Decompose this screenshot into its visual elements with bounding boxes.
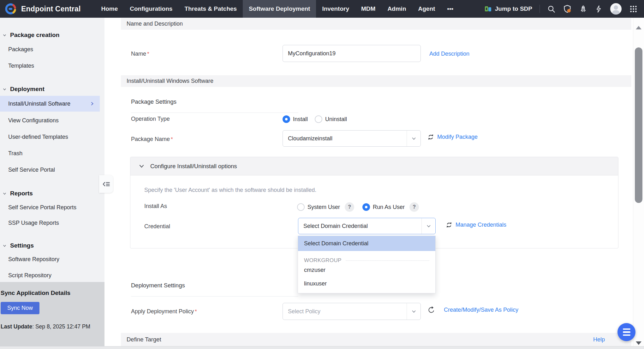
assistant-icon[interactable]: [579, 5, 587, 13]
sidebar-item-templates[interactable]: Templates: [8, 63, 34, 69]
shield-security-icon[interactable]: [563, 4, 572, 13]
package-name-select[interactable]: Cloudamizeinstall: [283, 130, 421, 147]
sidebar-section-package-creation[interactable]: Package creation: [3, 32, 59, 39]
chevron-down-icon: [138, 163, 145, 169]
refresh-credentials-icon[interactable]: [445, 221, 453, 229]
jump-to-sdp-link[interactable]: Jump to SDP: [484, 5, 532, 13]
scroll-down-arrow[interactable]: [636, 341, 641, 345]
dropdown-option-cmzuser[interactable]: cmzuser: [298, 264, 435, 277]
refresh-packages-icon[interactable]: [427, 133, 434, 141]
section-header-name-description: Name and Description: [121, 18, 631, 30]
sidebar-item-self-service-portal-reports[interactable]: Self Service Portal Reports: [8, 204, 76, 211]
radio-option-uninstall: Uninstall: [315, 115, 347, 123]
required-asterisk: *: [171, 136, 173, 143]
sync-panel-title: Sync Application Details: [1, 290, 101, 297]
sidebar-item-trash[interactable]: Trash: [8, 150, 22, 157]
brand-name: Endpoint Central: [21, 5, 80, 13]
hamburger-icon: [623, 328, 630, 330]
modify-package-link[interactable]: Modify Package: [437, 134, 478, 140]
package-settings-heading: Package Settings: [131, 98, 298, 113]
radio-option-system-user: System User ?: [297, 202, 354, 212]
collapse-sidebar-icon: [102, 180, 110, 188]
nav-item-threats-patches[interactable]: Threats & Patches: [178, 0, 243, 18]
sidebar-section-reports[interactable]: Reports: [3, 190, 33, 197]
nav-item-agent[interactable]: Agent: [412, 0, 441, 18]
sidebar-item-self-service-portal[interactable]: Self Service Portal: [8, 167, 55, 173]
nav-item-mdm[interactable]: MDM: [355, 0, 381, 18]
chevron-down-icon: [3, 87, 7, 91]
nav-item-home[interactable]: Home: [95, 0, 124, 18]
floating-menu-button[interactable]: [617, 323, 635, 341]
section-header-define-target: Define Target Help: [121, 333, 631, 346]
credential-select[interactable]: Select Domain Credential: [298, 218, 436, 234]
lightning-icon[interactable]: [595, 5, 603, 13]
run-as-user-help-icon[interactable]: ?: [409, 202, 419, 212]
section-header-install-uninstall: Install/Uninstall Windows Software: [121, 75, 631, 87]
horizontal-scrollbar-track[interactable]: [0, 346, 644, 349]
chevron-down-icon: [407, 303, 420, 320]
dropdown-option-select-domain-credential[interactable]: Select Domain Credential: [298, 236, 435, 251]
sidebar-section-deployment[interactable]: Deployment: [3, 86, 45, 93]
add-description-link[interactable]: Add Description: [429, 51, 469, 57]
nav-item-software-deployment[interactable]: Software Deployment: [243, 0, 316, 18]
nav-item-configurations[interactable]: Configurations: [124, 0, 178, 18]
sidebar-collapse-toggle[interactable]: [99, 175, 113, 193]
system-user-radio[interactable]: [297, 203, 305, 211]
brand[interactable]: Endpoint Central: [0, 0, 95, 18]
nav-item-inventory[interactable]: Inventory: [316, 0, 355, 18]
reload-policies-icon[interactable]: [427, 306, 436, 314]
chevron-down-icon: [3, 33, 7, 37]
package-actions: Modify Package: [427, 133, 478, 141]
required-asterisk: *: [195, 309, 197, 315]
deployment-policy-select[interactable]: Select Policy: [283, 303, 421, 320]
main-content: Name and Description Name* Add Descripti…: [104, 18, 644, 349]
configuration-form: Name and Description Name* Add Descripti…: [121, 18, 631, 349]
configure-options-header[interactable]: Configure Install/Uninstall options: [130, 157, 618, 175]
sidebar-section-settings[interactable]: Settings: [3, 242, 34, 249]
help-link[interactable]: Help: [593, 336, 605, 343]
nav-utilities: Jump to SDP: [484, 0, 644, 18]
scroll-up-arrow[interactable]: [636, 26, 641, 29]
credential-label: Credential: [144, 223, 170, 230]
nav-item-more-menu[interactable]: •••: [441, 0, 459, 18]
sidebar-item-ssp-usage-reports[interactable]: SSP Usage Reports: [8, 220, 59, 226]
radio-option-run-as-user: Run As User ?: [362, 202, 419, 212]
sync-application-panel: Sync Application Details Sync Now Last U…: [0, 282, 104, 349]
radio-option-install: Install: [283, 115, 308, 123]
top-nav: Endpoint Central Home Configurations Thr…: [0, 0, 644, 18]
search-icon[interactable]: [547, 5, 556, 13]
sidebar-item-software-repository[interactable]: Software Repository: [8, 256, 59, 263]
apply-deployment-policy-label: Apply Deployment Policy*: [131, 308, 197, 315]
install-radio[interactable]: [283, 115, 290, 123]
nav-divider: [540, 5, 540, 13]
vertical-scrollbar[interactable]: [633, 18, 644, 346]
uninstall-radio[interactable]: [315, 115, 322, 123]
package-name-label: Package Name*: [131, 136, 173, 143]
dropdown-option-linuxuser[interactable]: linuxuser: [298, 277, 435, 290]
credential-actions: Manage Credentials: [445, 221, 506, 229]
system-user-help-icon[interactable]: ?: [345, 202, 354, 212]
nav-item-admin[interactable]: Admin: [381, 0, 412, 18]
policy-actions: Create/Modify/Save As Policy: [427, 306, 518, 314]
operation-type-radio-group: Install Uninstall: [283, 115, 347, 123]
operation-type-label: Operation Type: [131, 116, 170, 122]
install-as-radio-group: System User ? Run As User ?: [297, 202, 419, 212]
sync-now-button[interactable]: Sync Now: [1, 302, 39, 314]
required-asterisk: *: [147, 51, 149, 57]
configuration-name-input[interactable]: [283, 45, 421, 62]
sidebar-item-script-repository[interactable]: Script Repository: [8, 272, 51, 279]
user-avatar[interactable]: [610, 3, 622, 15]
manage-credentials-link[interactable]: Manage Credentials: [456, 222, 506, 228]
chevron-down-icon: [407, 131, 420, 146]
sidebar-item-install-uninstall-software[interactable]: Install/Uninstall Software: [0, 96, 100, 112]
run-as-user-radio[interactable]: [362, 203, 370, 211]
sidebar-item-view-configurations[interactable]: View Configurations: [8, 117, 59, 124]
sidebar-item-user-defined-templates[interactable]: User-defined Templates: [8, 134, 68, 140]
sidebar: Package creation Packages Templates Depl…: [0, 18, 104, 349]
scrollbar-thumb[interactable]: [635, 47, 642, 203]
sidebar-item-packages[interactable]: Packages: [8, 46, 33, 53]
create-modify-save-policy-link[interactable]: Create/Modify/Save As Policy: [444, 307, 518, 313]
install-account-hint: Specify the 'User Account' as which the …: [144, 187, 316, 193]
group-divider: [346, 260, 429, 261]
app-grid-icon[interactable]: [629, 5, 638, 13]
